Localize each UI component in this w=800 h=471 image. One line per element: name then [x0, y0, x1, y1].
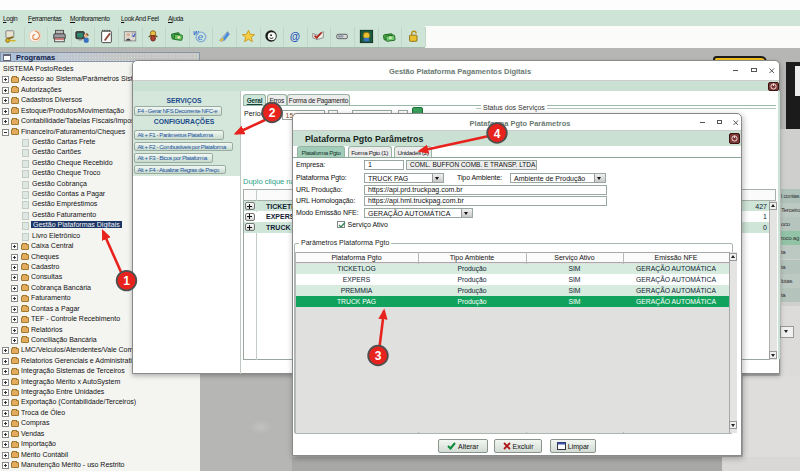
svg-text:3: 3 — [375, 349, 382, 363]
svg-text:2: 2 — [269, 106, 276, 120]
svg-text:1: 1 — [123, 274, 130, 288]
svg-text:4: 4 — [494, 127, 501, 141]
